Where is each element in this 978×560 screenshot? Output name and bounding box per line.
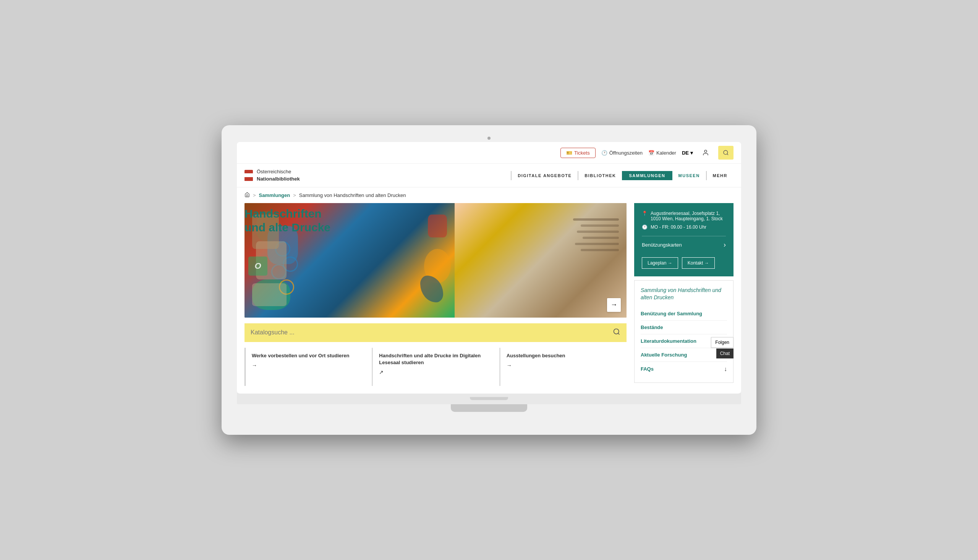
breadcrumb-sep1: >	[253, 192, 256, 198]
hero-title: Handschriften und alte Drucke	[244, 203, 344, 238]
nav-box-item-bestände[interactable]: Bestände	[641, 321, 727, 334]
nav-box-title: Sammlung von Handschriften und alten Dru…	[641, 287, 727, 302]
hours-icon: 🕐	[642, 225, 647, 230]
svg-point-3	[614, 329, 619, 333]
svg-line-2	[727, 154, 728, 155]
logo-area[interactable]: Österreichische Nationalbibliothek	[244, 168, 300, 182]
nav-box-item-benützung[interactable]: Benützung der Sammlung	[641, 307, 727, 321]
hours-text: MO - FR: 09.00 - 16.00 Uhr	[650, 225, 706, 230]
card-title-ausstellungen: Ausstellungen besuchen	[507, 352, 620, 359]
card-arrow-ext-digitaler-lesesaal: ↗	[379, 369, 493, 375]
nav-bar: Österreichische Nationalbibliothek DIGIT…	[237, 164, 741, 187]
kontakt-button[interactable]: Kontakt →	[682, 257, 715, 269]
nav-box-item-aktuelle-forschung[interactable]: Aktuelle Forschung	[641, 348, 727, 362]
laptop-stand	[451, 404, 527, 412]
card-title-digitaler-lesesaal: Handschriften und alte Drucke im Digital…	[379, 352, 493, 366]
hero-section: Handschriften und alte Drucke	[244, 203, 627, 318]
language-selector[interactable]: DE ▾	[682, 150, 693, 156]
cards-row: Werke vorbestellen und vor Ort studieren…	[244, 348, 627, 386]
main-content: Handschriften und alte Drucke	[237, 203, 741, 393]
nav-box-item-faqs[interactable]: FAQs ↓	[641, 362, 727, 377]
nav-box: Sammlung von Handschriften und alten Dru…	[634, 280, 734, 383]
folgen-button[interactable]: Folgen	[711, 337, 734, 348]
left-content: Handschriften und alte Drucke	[244, 203, 627, 386]
card-title-vorbestellen: Werke vorbestellen und vor Ort studieren	[252, 352, 366, 359]
faqs-label: FAQs	[641, 366, 654, 372]
card-arrow-vorbestellen: →	[252, 362, 366, 368]
breadcrumb-current: Sammlung von Handschriften und alten Dru…	[299, 192, 406, 198]
benützungskarten-link[interactable]: Benützungskarten ›	[642, 236, 726, 253]
webcam-dot	[488, 137, 490, 140]
hero-next-button[interactable]: →	[607, 298, 621, 312]
hours-info: 🕐 MO - FR: 09.00 - 16.00 Uhr	[642, 225, 726, 230]
breadcrumb: > Sammlungen > Sammlung von Handschrifte…	[237, 187, 741, 203]
card-digitaler-lesesaal[interactable]: Handschriften und alte Drucke im Digital…	[372, 348, 499, 386]
svg-point-1	[724, 150, 728, 155]
scroll-down-icon: ↓	[724, 366, 727, 373]
svg-point-0	[704, 150, 707, 153]
catalog-search-input[interactable]	[251, 329, 609, 336]
lageplan-button[interactable]: Lageplan →	[642, 257, 678, 269]
clock-icon: 🕐	[601, 150, 607, 156]
top-bar: 🎫 Tickets 🕐 Öffnungszeiten 📅 Kalender DE…	[237, 142, 741, 164]
info-box: 📍 Augustinerlesesaal, Josefsplatz 1, 101…	[634, 203, 734, 277]
logo-flag	[244, 170, 253, 181]
logo-text: Österreichische Nationalbibliothek	[257, 168, 300, 182]
location-info: 📍 Augustinerlesesaal, Josefsplatz 1, 101…	[642, 211, 726, 222]
location-pin-icon: 📍	[642, 211, 647, 216]
nav-link-sammlungen[interactable]: SAMMLUNGEN	[622, 171, 671, 180]
oeffnungszeiten-link[interactable]: 🕐 Öffnungszeiten	[601, 150, 643, 156]
search-submit-button[interactable]	[613, 328, 620, 337]
breadcrumb-sep2: >	[293, 192, 296, 198]
nav-link-bibliothek[interactable]: BIBLIOTHEK	[578, 171, 622, 180]
kalender-link[interactable]: 📅 Kalender	[648, 150, 676, 156]
card-vorbestellen[interactable]: Werke vorbestellen und vor Ort studieren…	[244, 348, 372, 386]
nav-link-mehr[interactable]: MEHR	[706, 171, 734, 180]
card-arrow-ausstellungen: →	[507, 362, 620, 368]
nav-links: DIGITALE ANGEBOTE BIBLIOTHEK SAMMLUNGEN …	[511, 171, 734, 180]
nav-link-digitale-angebote[interactable]: DIGITALE ANGEBOTE	[511, 171, 578, 180]
tickets-button[interactable]: 🎫 Tickets	[560, 148, 595, 158]
laptop-notch	[470, 397, 508, 400]
svg-line-4	[618, 333, 620, 335]
calendar-icon: 📅	[648, 150, 654, 156]
user-icon[interactable]	[699, 146, 712, 160]
ticket-icon: 🎫	[566, 150, 572, 156]
card-ausstellungen[interactable]: Ausstellungen besuchen →	[499, 348, 627, 386]
search-top-button[interactable]	[718, 146, 734, 160]
chat-button[interactable]: Chat	[716, 348, 734, 358]
location-text: Augustinerlesesaal, Josefsplatz 1, 1010 …	[650, 211, 726, 222]
breadcrumb-sammlungen[interactable]: Sammlungen	[259, 192, 290, 198]
tickets-label: Tickets	[574, 150, 590, 156]
btn-row: Lageplan → Kontakt →	[642, 257, 726, 269]
breadcrumb-home-icon[interactable]	[244, 192, 250, 198]
right-sidebar: 📍 Augustinerlesesaal, Josefsplatz 1, 101…	[634, 203, 734, 386]
search-bar	[244, 323, 627, 342]
nav-link-museen[interactable]: MUSEEN	[672, 171, 706, 180]
hero-image-right: O	[455, 203, 627, 318]
